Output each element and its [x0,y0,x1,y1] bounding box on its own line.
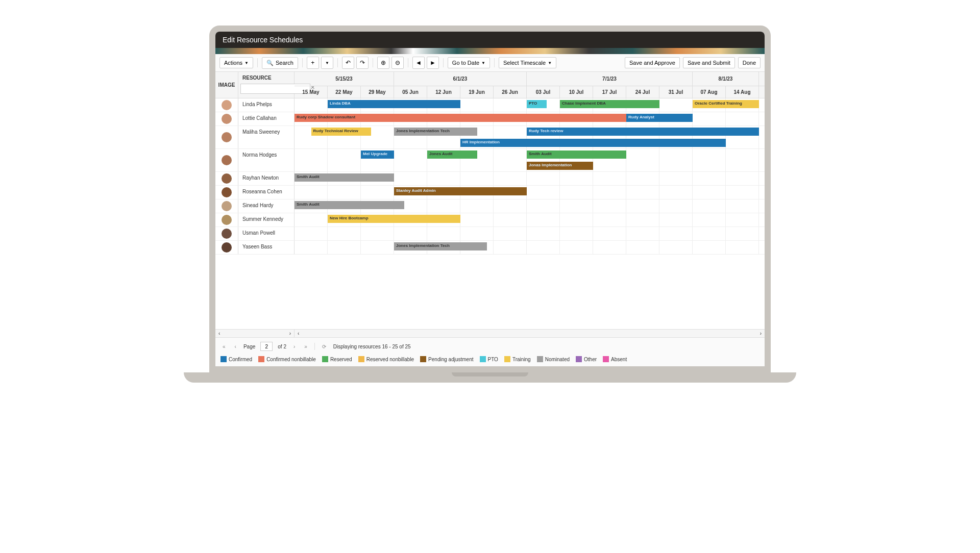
zoom-in-icon: ⊕ [381,59,386,66]
page-next-button[interactable]: › [291,344,297,349]
legend-label: Reserved nonbillable [366,357,414,362]
month-header: 5/15/23 [295,72,394,86]
week-header: 17 Jul [593,86,626,98]
avatar [222,201,232,211]
schedule-bar[interactable]: Jonas Implementation [527,162,593,170]
redo-button[interactable]: ↷ [356,57,369,69]
zoom-out-icon: ⊖ [395,59,400,66]
resource-name[interactable]: Summer Kennedy [238,213,295,227]
week-header: 07 Aug [693,86,726,98]
schedule-bar[interactable]: Smith Audit [527,150,626,159]
resource-name[interactable]: Usman Powell [238,227,295,240]
legend-label: Absent [611,357,627,362]
resource-name[interactable]: Linda Phelps [238,98,295,112]
schedule-bar[interactable]: Smith Audit [295,201,404,209]
page-prev-button[interactable]: ‹ [233,344,238,349]
avatar [222,242,232,253]
legend-swatch [480,356,486,362]
undo-button[interactable]: ↶ [342,57,354,69]
schedule-bar[interactable]: Rudy Technical Review [311,128,371,136]
week-header: 29 May [361,86,394,98]
legend-swatch [537,356,543,362]
schedule-bar[interactable]: New Hire Bootcamp [328,215,460,223]
prev-button[interactable]: ◄ [412,57,425,69]
legend-label: Confirmed [229,357,252,362]
image-column-header: IMAGE [215,72,238,98]
week-header: 31 Jul [659,86,693,98]
next-button[interactable]: ► [427,57,439,69]
caret-down-icon: ▼ [548,61,552,65]
save-approve-button[interactable]: Save and Approve [625,57,680,68]
legend-swatch [504,356,510,362]
title-bar: Edit Resource Schedules [215,32,765,48]
undo-icon: ↶ [346,59,351,66]
resource-row: Yaseen BassJones Implementation Tech [215,241,765,255]
zoom-out-button[interactable]: ⊖ [391,57,404,69]
actions-button[interactable]: Actions ▼ [219,57,253,68]
legend-item: Absent [603,356,627,362]
add-button[interactable]: + [307,57,319,69]
week-header: 05 Jun [394,86,427,98]
scroll-right-icon[interactable]: › [289,331,291,336]
resource-row: Maliha SweeneyRudy Technical ReviewJones… [215,126,765,149]
schedule-bar[interactable]: Oracle Certified Training [693,100,759,108]
refresh-button[interactable]: ⟳ [320,344,328,349]
resource-column-header: RESOURCE [238,72,294,84]
schedule-bar[interactable]: Jones Audit [427,150,477,159]
zoom-in-button[interactable]: ⊕ [377,57,389,69]
scroll-right-icon[interactable]: › [760,331,762,336]
resource-name[interactable]: Yaseen Bass [238,241,295,254]
legend-label: Nominated [545,357,570,362]
schedule-bar[interactable]: HR Implementation [460,139,726,147]
legend-label: Pending adjustment [428,357,473,362]
resource-name[interactable]: Norma Hodges [238,149,295,171]
schedule-bar[interactable]: PTO [527,100,547,108]
week-header: 24 Jul [626,86,659,98]
add-dropdown-button[interactable]: ▼ [321,57,333,69]
legend-label: PTO [488,357,498,362]
page-of-label: of 2 [278,344,286,349]
schedule-bar[interactable]: Stanley Audit Admin [394,187,527,195]
page-input[interactable] [260,342,273,351]
save-submit-button[interactable]: Save and Submit [683,57,735,68]
resource-row: Lottie CallahanRudy corp Shadow consulta… [215,112,765,126]
resource-name[interactable]: Sinead Hardy [238,199,295,213]
week-header: 14 Aug [726,86,759,98]
legend-label: Reserved [330,357,352,362]
schedule-bar[interactable]: Rudy corp Shadow consultant [295,114,626,122]
month-header: 7/1/23 [527,72,693,86]
select-timescale-button[interactable]: Select Timescale ▼ [499,57,556,68]
schedule-bar[interactable]: Linda DBA [328,100,460,108]
schedule-bar[interactable]: Rudy Analyst [626,114,693,122]
avatar [222,155,232,165]
scroll-left-icon[interactable]: ‹ [218,331,220,336]
caret-down-icon: ▼ [325,61,329,65]
schedule-bar[interactable]: Chase Implement DBA [560,100,659,108]
redo-icon: ↷ [360,59,365,66]
resource-name[interactable]: Maliha Sweeney [238,126,295,148]
scroll-left-icon[interactable]: ‹ [298,331,299,336]
legend-swatch [220,356,227,362]
horizontal-scrollbar[interactable]: ‹› ‹› [215,329,765,337]
week-header: 12 Jun [427,86,460,98]
schedule-bar[interactable]: Smith Audit [295,173,394,182]
resource-row: Norma HodgesMel UpgradeJones AuditSmith … [215,149,765,172]
resource-name[interactable]: Lottie Callahan [238,112,295,125]
legend-item: PTO [480,356,498,362]
go-to-date-button[interactable]: Go to Date ▼ [448,57,490,68]
done-button[interactable]: Done [738,57,761,68]
resource-name[interactable]: Rayhan Newton [238,172,295,185]
resource-row: Summer KennedyNew Hire Bootcamp [215,213,765,227]
avatar [222,132,232,142]
legend-item: Other [576,356,597,362]
page-first-button[interactable]: « [220,344,228,349]
search-button[interactable]: 🔍 Search [262,57,298,69]
schedule-bar[interactable]: Jones Implementation Tech [394,128,477,136]
schedule-bar[interactable]: Jones Implementation Tech [394,242,487,250]
page-last-button[interactable]: » [302,344,309,349]
caret-down-icon: ▼ [481,61,485,65]
resource-name[interactable]: Roseanna Cohen [238,186,295,199]
schedule-bar[interactable]: Rudy Tech review [527,128,759,136]
schedule-bar[interactable]: Mel Upgrade [361,150,394,159]
legend-swatch [420,356,426,362]
